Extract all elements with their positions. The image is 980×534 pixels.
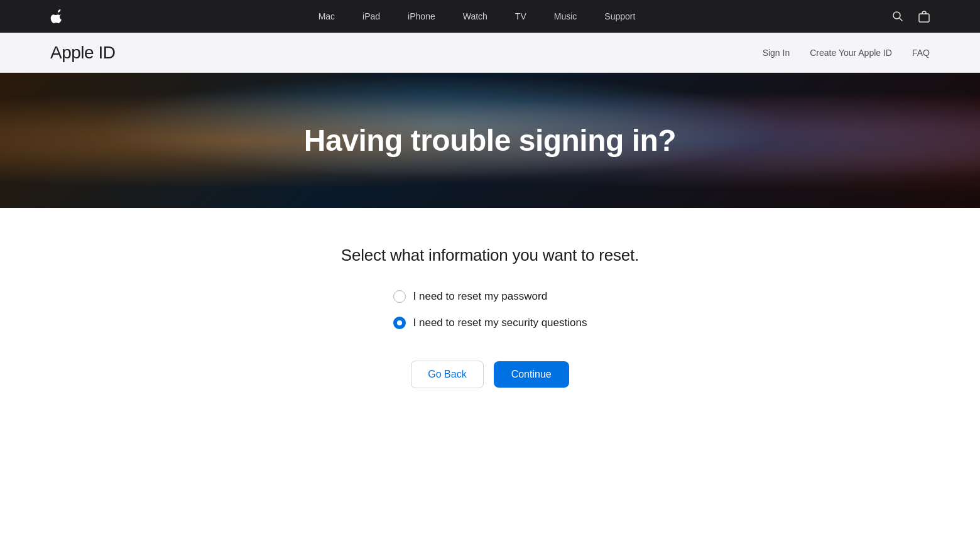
hero-banner: Having trouble signing in? xyxy=(0,73,980,208)
sign-in-link[interactable]: Sign In xyxy=(763,48,790,58)
button-row: Go Back Continue xyxy=(411,361,569,388)
svg-rect-2 xyxy=(919,14,929,22)
nav-link-music[interactable]: Music xyxy=(540,11,591,21)
nav-link-support[interactable]: Support xyxy=(591,11,649,21)
svg-line-1 xyxy=(900,18,903,21)
continue-button[interactable]: Continue xyxy=(494,361,569,388)
main-content: Select what information you want to rese… xyxy=(0,208,980,439)
reset-options-group: I need to reset my password I need to re… xyxy=(393,290,587,329)
subnav-actions: Sign In Create Your Apple ID FAQ xyxy=(763,48,930,58)
nav-link-mac[interactable]: Mac xyxy=(305,11,349,21)
reset-password-option[interactable]: I need to reset my password xyxy=(393,290,548,303)
bag-button[interactable] xyxy=(918,10,930,23)
faq-link[interactable]: FAQ xyxy=(912,48,930,58)
section-title: Select what information you want to rese… xyxy=(341,246,639,265)
nav-link-watch[interactable]: Watch xyxy=(449,11,501,21)
nav-link-ipad[interactable]: iPad xyxy=(349,11,394,21)
apple-id-title: Apple ID xyxy=(50,43,115,63)
reset-password-label: I need to reset my password xyxy=(413,290,548,303)
go-back-button[interactable]: Go Back xyxy=(411,361,483,388)
apple-logo[interactable] xyxy=(50,9,62,23)
reset-security-option[interactable]: I need to reset my security questions xyxy=(393,317,587,329)
sub-navigation: Apple ID Sign In Create Your Apple ID FA… xyxy=(0,33,980,73)
nav-link-tv[interactable]: TV xyxy=(501,11,540,21)
top-navigation: Mac iPad iPhone Watch TV Music Support xyxy=(0,0,980,33)
reset-security-label: I need to reset my security questions xyxy=(413,317,587,329)
nav-link-iphone[interactable]: iPhone xyxy=(394,11,449,21)
nav-links: Mac iPad iPhone Watch TV Music Support xyxy=(62,11,892,21)
hero-heading: Having trouble signing in? xyxy=(304,123,676,158)
search-button[interactable] xyxy=(892,11,903,22)
reset-password-radio[interactable] xyxy=(393,290,406,303)
nav-icon-group xyxy=(892,10,930,23)
reset-security-radio[interactable] xyxy=(393,317,406,329)
create-apple-id-link[interactable]: Create Your Apple ID xyxy=(810,48,892,58)
